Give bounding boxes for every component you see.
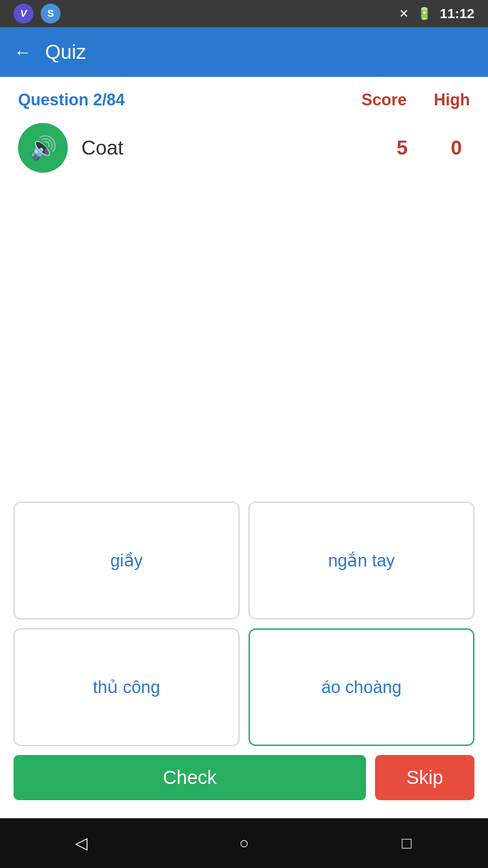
skip-button[interactable]: Skip	[375, 755, 474, 800]
nav-bar: ◁ ○ □	[0, 818, 488, 868]
nav-home-icon[interactable]: ○	[228, 827, 260, 859]
sound-button[interactable]: 🔊	[18, 123, 68, 173]
score-label: Score	[361, 90, 407, 109]
answer-card-2[interactable]: ngắn tay	[249, 502, 474, 619]
high-label: High	[434, 90, 470, 109]
word-area: 🔊 Coat 5 0	[0, 118, 488, 182]
score-section: Score High	[361, 90, 470, 109]
status-bar-left: V S	[14, 4, 61, 24]
answer-text-2: ngắn tay	[319, 542, 404, 580]
no-signal-icon: ✕	[399, 7, 409, 21]
score-number: 5	[389, 137, 416, 159]
answer-text-3: thủ công	[84, 668, 169, 706]
spacer	[0, 182, 488, 502]
app-bar: ← Quiz	[0, 27, 488, 77]
nav-recents-icon[interactable]: □	[391, 827, 422, 859]
nav-back-icon[interactable]: ◁	[66, 827, 97, 859]
s-app-icon: S	[41, 4, 61, 24]
content-area: Question 2/84 Score High 🔊 Coat 5 0 giầy…	[0, 77, 488, 818]
answer-grid: giầy ngắn tay thủ công áo choàng	[0, 502, 488, 746]
status-bar-right: ✕ 🔋 11:12	[399, 6, 474, 21]
v-app-icon: V	[14, 4, 33, 24]
score-values: 5 0	[389, 137, 470, 159]
battery-icon: 🔋	[417, 7, 432, 21]
check-button[interactable]: Check	[14, 755, 366, 800]
quiz-word: Coat	[81, 137, 123, 159]
bottom-buttons: Check Skip	[0, 755, 488, 818]
answer-card-4[interactable]: áo choàng	[249, 628, 474, 746]
answer-card-3[interactable]: thủ công	[14, 628, 239, 746]
back-button[interactable]: ←	[14, 42, 32, 62]
score-header: Question 2/84 Score High	[0, 77, 488, 118]
answer-text-1: giầy	[101, 542, 152, 580]
question-counter: Question 2/84	[18, 90, 125, 109]
status-bar: V S ✕ 🔋 11:12	[0, 0, 488, 27]
speaker-icon: 🔊	[29, 135, 57, 161]
time-display: 11:12	[440, 6, 474, 21]
answer-text-4: áo choàng	[312, 669, 411, 706]
high-number: 0	[443, 137, 470, 159]
app-title: Quiz	[45, 41, 86, 63]
answer-card-1[interactable]: giầy	[14, 502, 239, 619]
